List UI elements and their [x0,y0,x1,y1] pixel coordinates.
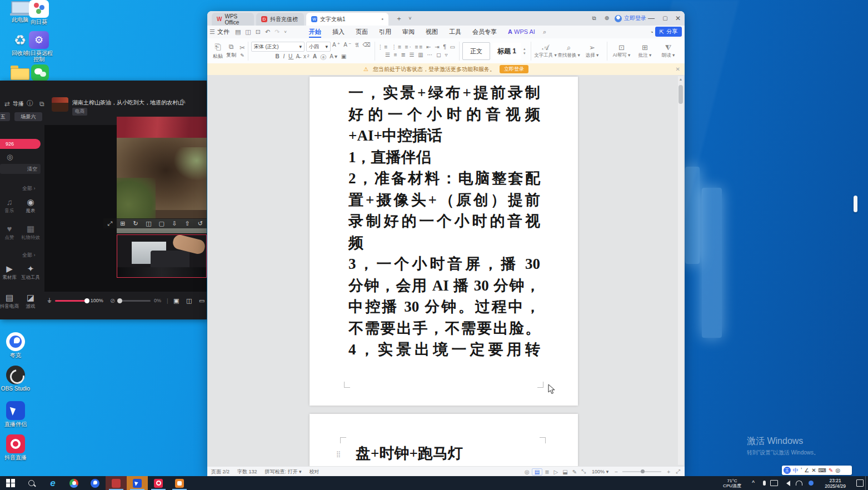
list-indent-icons[interactable]: ⋮≡ ⋮≡ ≡· ≡≡ ⇤ ⇥ ¶ ▭ [378,44,457,50]
taskbar-orange-app[interactable] [169,476,190,490]
taskbar-live-companion-active[interactable] [127,476,148,490]
scene-tab[interactable]: 场景六 [14,112,42,121]
tab-wps-ai[interactable]: A WPS AI [502,26,541,38]
zoom-slider[interactable] [622,471,661,472]
format-painter-button[interactable]: ✂ ✎ [240,44,245,58]
clear-box[interactable]: 清空 [0,164,41,174]
more-commands-icon[interactable]: ˅ [282,29,289,34]
keyboard-icon[interactable]: ⌨ [819,467,826,473]
style-heading1[interactable]: 标题 1 [492,43,521,59]
hamburger-icon[interactable]: ☰ [207,28,217,36]
taskbar-search-button[interactable] [21,476,42,490]
ime-brush-icon[interactable]: ✎ [829,467,833,473]
tab-tools[interactable]: 工具 [443,26,467,38]
flip-icon[interactable]: ◫ [144,219,153,228]
search-icon[interactable]: ⌕ [541,28,548,36]
fit-width-icon[interactable]: ⤡ [579,468,588,475]
tab-wps-home[interactable]: W WPS Office [212,13,254,26]
edit-title-icon[interactable]: ✎ [181,98,186,106]
font-size-select[interactable]: 小四▾ [306,42,331,52]
zoom-in-icon[interactable]: ＋ [664,468,674,476]
tray-network-icon[interactable] [796,476,802,490]
cpu-temp-widget[interactable]: 71°C CPU温度 [723,476,741,490]
tool-games[interactable]: ◪ 游戏 [20,293,41,310]
document-page-2[interactable]: ⣿ 盘+时钟+跑马灯 [310,414,578,467]
tab-review[interactable]: 审阅 [397,26,420,38]
taskbar-edge[interactable]: e [42,476,63,490]
taskbar-quark-browser[interactable] [84,476,106,490]
mirror-button-icon[interactable]: ◫ [184,297,194,305]
tab-view[interactable]: 视图 [420,26,443,38]
tray-volume-icon[interactable] [786,476,790,490]
tab-insert[interactable]: 插入 [327,26,350,38]
ai-write-button[interactable]: ⊡ AI帮写 ▾ [610,43,633,59]
desktop-icon-wechat[interactable] [24,64,56,81]
tab-document-active[interactable]: W 文字文稿1 • [306,13,388,26]
record-button-icon[interactable]: ▣ [172,297,181,305]
zoom-level[interactable]: 100% ▾ [588,469,612,474]
new-tab-button[interactable]: ＋ [394,13,404,23]
share-button[interactable]: ⇱分享 [655,27,682,37]
zoom-out-icon[interactable]: − [612,469,620,475]
edge-slide-handle[interactable] [854,196,857,212]
tab-page[interactable]: 页面 [350,26,373,38]
speaker-muted-icon[interactable]: ⊘ [110,297,115,304]
desktop-icon-remote-control[interactable]: ⚙ 向日葵远程控制 [23,31,54,62]
edit-mode-icon[interactable]: ✎ [570,469,579,475]
section-all-1[interactable]: 全部 › [22,185,36,192]
minimize-button[interactable]: — [646,13,656,23]
font-name-select[interactable]: 宋体 (正文)▾ [251,42,305,52]
select-button[interactable]: ➢ 选择 ▾ [581,43,604,59]
status-proof[interactable]: 校对 [306,468,323,476]
document-area[interactable]: 一，实景+绿布+提前录制 好的一个小时的音视频 +AI+中控插话 1，直播伴侣 … [207,75,685,467]
copy-button[interactable]: ⧉ 复制 [226,43,236,59]
main-video-preview[interactable] [117,117,207,233]
speaker-volume-slider[interactable] [118,300,151,302]
login-entry[interactable]: 立即登录 [615,14,646,22]
read-aloud-button[interactable]: ⧨ 朗读 ▾ [657,43,680,59]
layout-switch-icon[interactable]: ⧉ [589,13,599,23]
print-icon[interactable]: ◫ [243,28,253,36]
tab-list-button[interactable]: ˅ [405,13,415,23]
tab-member[interactable]: 会员专享 [467,26,502,38]
tab-reference[interactable]: 引用 [373,26,397,38]
crop-icon[interactable]: ▢ [157,219,166,228]
tool-media-library[interactable]: ▶ 素材库 [0,264,20,281]
desktop-icon-live-companion[interactable]: 直播伴侣 [0,401,31,427]
section-all-2[interactable]: 全部 › [22,252,36,259]
scrollbar-thumb[interactable] [679,85,683,104]
ime-pen-icon[interactable]: ∠ [804,467,809,473]
save-icon[interactable]: ▤ [233,28,243,36]
close-button[interactable]: ✕ [673,13,683,23]
banner-login-button[interactable]: 立即登录 [500,65,528,73]
desktop-icon-sunflower[interactable]: 向日葵 [23,0,54,25]
font-grow-shrink-icons[interactable]: A⁺ A⁻ 𝔄 ⌫ [332,42,371,52]
tab-home[interactable]: 开始 [303,26,327,38]
tray-clock[interactable]: 23:21 2025/4/29 [825,476,846,490]
move-up-icon[interactable]: ⇧ [183,219,192,228]
comment-button[interactable]: ⊞ 批注 ▾ [633,43,657,59]
document-scrollbar[interactable]: ▲ [678,76,684,465]
popout-icon[interactable]: ⧉ [39,100,44,108]
badge-pill[interactable]: 926 [0,139,41,149]
tool-like[interactable]: ♥ 点赞 [0,224,20,241]
desktop-icon-quark[interactable]: 夸克 [0,332,31,358]
move-down-icon[interactable]: ⇩ [169,219,179,228]
ime-mode-icon[interactable]: 中 [793,467,799,474]
style-gallery-spinner[interactable]: ▴▾ [523,47,526,56]
view-page-icon[interactable]: ▤ [532,468,542,476]
view-outline-icon[interactable]: ≣ [542,469,551,475]
layout-view-icon[interactable]: ⬓ [560,469,570,475]
undo-icon[interactable]: ↶ [263,28,272,36]
tray-expand-icon[interactable]: ^ [752,476,755,490]
fullscreen-icon[interactable]: ⤢ [105,219,114,228]
taskbar-chrome[interactable] [63,476,84,490]
microphone-icon[interactable]: ⏚ [47,297,52,304]
info-icon[interactable]: ⓘ [27,99,33,108]
desktop-icon-douyin-live[interactable]: 抖音直播 [0,434,31,461]
paste-button[interactable]: ⎗ 粘贴 [213,42,223,60]
menu-file[interactable]: 文件 [217,28,233,36]
stream-thumbnail[interactable] [52,97,68,112]
text-tools-button[interactable]: 𝒜 文字工具 ▾ [534,43,557,59]
show-desktop-button[interactable] [865,476,868,490]
